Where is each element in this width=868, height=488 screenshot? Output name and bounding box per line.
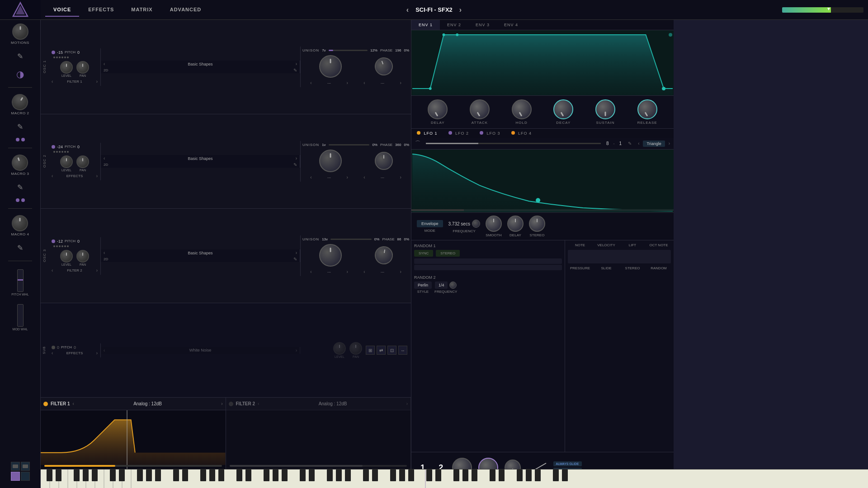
osc2-filter-next[interactable]: › [96, 174, 98, 178]
preset-prev[interactable]: ‹ [406, 6, 409, 14]
osc2-bot-prev2[interactable]: ‹ [363, 175, 365, 180]
osc2-phase-knob[interactable] [375, 152, 393, 170]
osc3-unison-slider[interactable] [330, 239, 372, 240]
lfo1-shape-pen-icon[interactable]: ✎ [628, 141, 632, 146]
noise-random-icon[interactable]: ⇄ [377, 346, 386, 355]
sub-osc-pan-knob[interactable] [349, 342, 362, 355]
env1-delay-knob[interactable] [428, 99, 448, 119]
motions-edit-icon[interactable]: ✎ [14, 49, 27, 63]
lfo-shape-icon[interactable]: ⌒ [415, 140, 420, 147]
filter2-slider-track[interactable] [230, 465, 407, 467]
macro2-knob[interactable] [9, 91, 31, 113]
filter1-slider-track[interactable] [44, 465, 222, 467]
osc1-filter-next[interactable]: › [96, 79, 98, 84]
lfo1-freq-mini-knob[interactable] [472, 220, 480, 228]
sub-osc-waveform-area[interactable]: ‹ White Noise › [101, 347, 300, 354]
osc3-bot-next2[interactable]: › [400, 269, 401, 274]
filter2-enable[interactable] [229, 402, 233, 406]
osc2-level-knob[interactable] [60, 155, 73, 168]
osc1-pan-knob[interactable] [76, 61, 89, 74]
osc1-level-knob[interactable] [60, 61, 73, 74]
osc1-unison-main-knob[interactable] [319, 55, 342, 78]
lfo1-wave-type[interactable]: Triangle [643, 141, 665, 147]
tab-env2[interactable]: ENV 2 [440, 20, 468, 30]
osc2-pan-knob[interactable] [76, 155, 89, 168]
osc1-enable[interactable] [52, 51, 55, 54]
osc1-bot-prev1[interactable]: ‹ [310, 80, 311, 85]
macro2-dot-1[interactable] [16, 138, 19, 141]
filter1-freq-line[interactable] [127, 410, 127, 470]
random2-style-value[interactable]: Perlin [414, 282, 432, 289]
lfo1-delay-knob[interactable] [507, 216, 524, 232]
always-glide-btn[interactable]: ALWAYS GLIDE [553, 461, 582, 466]
osc1-bot-next1[interactable]: › [346, 80, 348, 85]
filter2-type-next[interactable]: › [406, 401, 408, 406]
filter1-enable[interactable] [43, 402, 48, 406]
macro3-dot-1[interactable] [16, 198, 19, 202]
osc3-pan-knob[interactable] [76, 250, 89, 263]
osc1-waveform-area[interactable]: ‹ Basic Shapes › [101, 61, 300, 73]
osc3-wave-prev[interactable]: ‹ [104, 250, 105, 255]
random1-stereo-btn[interactable]: STEREO [436, 250, 460, 257]
osc3-phase-knob[interactable] [373, 245, 394, 266]
tab-lfo4[interactable]: LFO 4 [506, 129, 538, 138]
osc1-edit-icon[interactable]: ✎ [293, 68, 297, 73]
osc2-waveform-area[interactable]: ‹ Basic Shapes › [101, 155, 300, 168]
osc2-bot-prev1[interactable]: ‹ [310, 175, 311, 180]
sub-osc-wave-next[interactable]: › [296, 348, 297, 353]
random2-freq-knob[interactable] [449, 282, 457, 289]
filter2-canvas[interactable] [226, 410, 411, 470]
lfo1-mode-btn[interactable]: Envelope [417, 220, 443, 227]
mod-wheel[interactable] [17, 304, 24, 327]
osc2-wave-prev[interactable]: ‹ [104, 156, 105, 161]
osc2-enable[interactable] [52, 145, 55, 149]
lfo-slider[interactable] [426, 143, 601, 144]
osc2-bot-next1[interactable]: › [346, 175, 348, 180]
tab-env1[interactable]: ENV 1 [411, 20, 440, 30]
tab-env4[interactable]: ENV 4 [497, 20, 525, 30]
tab-voice[interactable]: VOICE [45, 3, 79, 17]
grid-btn-active[interactable] [11, 472, 20, 481]
piano-keys[interactable] [41, 469, 868, 488]
macro3-knob[interactable] [9, 152, 30, 173]
env1-hold-knob[interactable] [512, 99, 532, 119]
osc2-wave-next[interactable]: › [296, 156, 297, 161]
grid-btn-1[interactable] [11, 462, 20, 471]
lfo1-stereo-knob[interactable] [529, 216, 545, 232]
osc2-filter-prev[interactable]: ‹ [52, 174, 53, 178]
osc2-bot-next2[interactable]: › [400, 175, 401, 180]
macro3-dot-2[interactable] [21, 198, 25, 202]
sub-osc-enable[interactable] [52, 346, 55, 349]
env1-decay-knob[interactable] [553, 99, 573, 119]
lfo-position-track[interactable] [411, 209, 674, 211]
tab-lfo1[interactable]: LFO 1 [411, 129, 443, 138]
osc3-edit-icon[interactable]: ✎ [293, 257, 297, 262]
osc1-wave-next[interactable]: › [296, 61, 297, 66]
osc1-phase-knob[interactable] [372, 55, 395, 78]
osc3-wave-next[interactable]: › [296, 250, 297, 255]
noise-save-icon[interactable]: ⊞ [366, 346, 375, 355]
macro3-edit-icon[interactable]: ✎ [14, 180, 27, 194]
osc1-filter-prev[interactable]: ‹ [52, 79, 53, 84]
keyboard-area[interactable] [41, 469, 868, 488]
osc3-filter-next[interactable]: › [96, 268, 98, 273]
sub-osc-filter-prev[interactable]: ‹ [52, 351, 53, 356]
osc3-bot-prev2[interactable]: ‹ [363, 269, 365, 274]
tab-matrix[interactable]: MATRIX [123, 3, 160, 17]
tab-lfo3[interactable]: LFO 3 [474, 129, 506, 138]
osc1-bot-prev2[interactable]: ‹ [363, 80, 365, 85]
lfo1-wave-next[interactable]: › [669, 141, 670, 146]
macro2-edit-icon[interactable]: ✎ [14, 120, 27, 133]
noise-load-icon[interactable]: ⊡ [387, 346, 396, 355]
grid-btn-2[interactable] [21, 462, 30, 471]
tab-env3[interactable]: ENV 3 [468, 20, 497, 30]
sub-osc-filter-next[interactable]: › [96, 351, 98, 356]
motions-knob[interactable] [12, 23, 28, 40]
osc2-unison-slider[interactable] [329, 144, 370, 145]
osc2-edit-icon[interactable]: ✎ [293, 162, 297, 167]
env1-attack-knob[interactable] [470, 99, 490, 119]
lfo1-smooth-knob[interactable] [486, 216, 502, 232]
env1-sustain-knob[interactable] [595, 99, 615, 119]
osc3-bot-prev1[interactable]: ‹ [310, 269, 311, 274]
tab-advanced[interactable]: ADVANCED [162, 3, 210, 17]
